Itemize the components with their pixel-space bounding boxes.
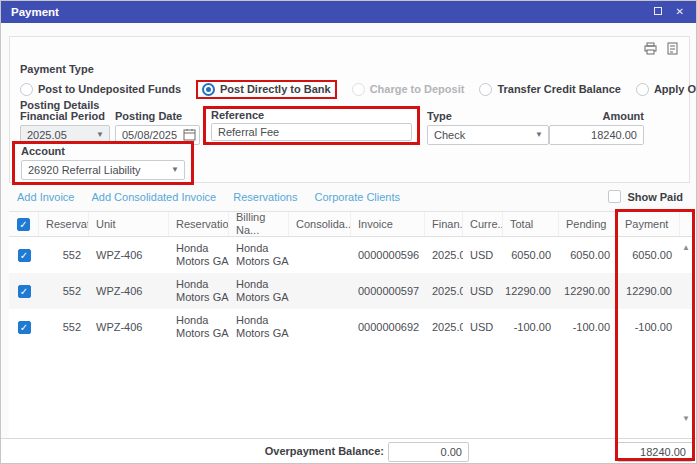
row-checkbox-checked[interactable]: ✓ bbox=[18, 249, 31, 262]
payment-total-input[interactable] bbox=[617, 442, 693, 462]
invoice-table: ✓ Reservat... Unit Reservatio... Billing… bbox=[9, 211, 695, 438]
cell-reservation-name: Honda Motors GA bbox=[169, 242, 229, 268]
radio-selected-icon bbox=[202, 83, 215, 96]
col-reservation-name[interactable]: Reservatio... bbox=[169, 212, 229, 236]
amount-label: Amount bbox=[549, 110, 644, 123]
cell-reservation: 552 bbox=[39, 249, 89, 262]
cell-total: -100.00 bbox=[503, 321, 559, 334]
col-currency[interactable]: Curre... bbox=[463, 212, 503, 236]
cell-reservation-name: Honda Motors GA bbox=[169, 314, 229, 340]
cell-payment: 12290.00 bbox=[618, 285, 680, 298]
reservations-link[interactable]: Reservations bbox=[233, 191, 297, 203]
col-billing-name[interactable]: Billing Na... bbox=[229, 212, 289, 236]
cell-reservation: 552 bbox=[39, 321, 89, 334]
titlebar: Payment ✕ bbox=[1, 1, 696, 23]
scroll-up-icon[interactable]: ▲ bbox=[682, 243, 690, 252]
col-payment[interactable]: Payment bbox=[618, 212, 680, 236]
cell-billing-name: Honda Motors GA bbox=[229, 242, 289, 268]
show-paid-label: Show Paid bbox=[627, 191, 683, 203]
radio-icon bbox=[20, 83, 33, 96]
cell-invoice: 0000000597 bbox=[351, 285, 425, 298]
amount-field: Amount bbox=[549, 110, 644, 145]
cell-payment: -100.00 bbox=[618, 321, 680, 334]
cell-total: 6050.00 bbox=[503, 249, 559, 262]
corporate-clients-link[interactable]: Corporate Clients bbox=[314, 191, 400, 203]
add-consolidated-invoice-link[interactable]: Add Consolidated Invoice bbox=[91, 191, 216, 203]
radio-post-directly-to-bank[interactable]: Post Directly to Bank bbox=[202, 83, 331, 96]
overpayment-balance-label: Overpayment Balance: bbox=[1, 445, 384, 457]
cell-invoice: 0000000692 bbox=[351, 321, 425, 334]
payment-dialog: Payment ✕ Payment Type Post to Undeposit… bbox=[0, 0, 697, 464]
payment-type-options: Post to Undeposited Funds Post Directly … bbox=[20, 79, 681, 99]
cell-billing-name: Honda Motors GA bbox=[229, 278, 289, 304]
radio-transfer-credit-balance[interactable]: Transfer Credit Balance bbox=[479, 83, 621, 96]
row-checkbox-checked[interactable]: ✓ bbox=[18, 285, 31, 298]
highlight-box-reference: Reference bbox=[203, 106, 420, 145]
posting-date-label: Posting Date bbox=[115, 110, 200, 123]
close-button[interactable]: ✕ bbox=[676, 7, 684, 17]
table-row[interactable]: ✓ 552 WPZ-406 Honda Motors GA Honda Moto… bbox=[9, 237, 695, 273]
col-reservation[interactable]: Reservat... bbox=[39, 212, 89, 236]
cell-unit: WPZ-406 bbox=[89, 285, 169, 298]
col-consolidated[interactable]: Consolida... bbox=[289, 212, 351, 236]
select-all-checkbox-checked[interactable]: ✓ bbox=[17, 218, 30, 231]
col-invoice[interactable]: Invoice bbox=[351, 212, 425, 236]
highlight-box-post-directly-to-bank: Post Directly to Bank bbox=[196, 80, 337, 99]
cell-reservation-name: Honda Motors GA bbox=[169, 278, 229, 304]
posting-date-field: Posting Date bbox=[115, 110, 200, 145]
account-select[interactable]: 26920 Referral Liability ▼ bbox=[21, 160, 185, 180]
cell-unit: WPZ-406 bbox=[89, 249, 169, 262]
window-title: Payment bbox=[11, 6, 640, 18]
highlight-box-account: Account 26920 Referral Liability ▼ bbox=[12, 141, 194, 185]
show-paid-checkbox[interactable] bbox=[608, 190, 621, 203]
cell-currency: USD bbox=[463, 321, 503, 334]
overpayment-balance-input[interactable] bbox=[388, 442, 469, 462]
radio-charge-to-deposit: Charge to Deposit bbox=[352, 83, 465, 96]
close-icon: ✕ bbox=[676, 6, 684, 17]
cell-currency: USD bbox=[463, 285, 503, 298]
col-total[interactable]: Total bbox=[503, 212, 559, 236]
cell-pending: -100.00 bbox=[559, 321, 618, 334]
financial-period-label: Financial Period bbox=[20, 110, 110, 123]
amount-input[interactable] bbox=[549, 125, 644, 145]
panel-toolbar bbox=[644, 42, 679, 55]
cell-billing-name: Honda Motors GA bbox=[229, 314, 289, 340]
type-select[interactable]: Check ▼ bbox=[427, 125, 549, 145]
col-pending[interactable]: Pending bbox=[559, 212, 618, 236]
table-row[interactable]: ✓ 552 WPZ-406 Honda Motors GA Honda Moto… bbox=[9, 273, 695, 309]
col-unit[interactable]: Unit bbox=[89, 212, 169, 236]
cell-financial-period: 2025.04 bbox=[425, 249, 463, 262]
radio-post-to-undeposited-funds[interactable]: Post to Undeposited Funds bbox=[20, 83, 181, 96]
table-row[interactable]: ✓ 552 WPZ-406 Honda Motors GA Honda Moto… bbox=[9, 309, 695, 345]
document-icon[interactable] bbox=[666, 42, 679, 55]
add-invoice-link[interactable]: Add Invoice bbox=[17, 191, 74, 203]
type-label: Type bbox=[427, 110, 549, 123]
print-icon[interactable] bbox=[644, 42, 657, 55]
select-all-cell[interactable]: ✓ bbox=[9, 212, 39, 236]
chevron-down-icon: ▼ bbox=[535, 130, 543, 139]
cell-invoice: 0000000596 bbox=[351, 249, 425, 262]
calendar-icon[interactable] bbox=[183, 128, 196, 141]
payment-form-panel: Payment Type Post to Undeposited Funds P… bbox=[9, 36, 690, 183]
reference-input[interactable] bbox=[211, 123, 412, 141]
radio-icon bbox=[352, 83, 365, 96]
cell-unit: WPZ-406 bbox=[89, 321, 169, 334]
cell-pending: 6050.00 bbox=[559, 249, 618, 262]
maximize-button[interactable] bbox=[654, 7, 662, 17]
cell-payment: 6050.00 bbox=[618, 249, 680, 262]
cell-reservation: 552 bbox=[39, 285, 89, 298]
payment-type-label: Payment Type bbox=[20, 63, 94, 75]
row-checkbox-checked[interactable]: ✓ bbox=[18, 321, 31, 334]
dialog-body: Payment Type Post to Undeposited Funds P… bbox=[1, 23, 696, 464]
radio-icon bbox=[479, 83, 492, 96]
col-financial-period[interactable]: Finan... bbox=[425, 212, 463, 236]
scroll-down-icon[interactable]: ▼ bbox=[682, 414, 690, 423]
account-label: Account bbox=[21, 144, 185, 158]
type-field: Type Check ▼ bbox=[427, 110, 549, 145]
radio-apply-overpayment[interactable]: Apply Overpayment bbox=[636, 83, 697, 96]
table-header-row: ✓ Reservat... Unit Reservatio... Billing… bbox=[9, 211, 695, 237]
show-paid-toggle[interactable]: Show Paid bbox=[608, 190, 683, 203]
financial-period-field: Financial Period 2025.05 ▼ bbox=[20, 110, 110, 145]
chevron-down-icon: ▼ bbox=[171, 165, 179, 174]
maximize-icon bbox=[654, 7, 662, 15]
